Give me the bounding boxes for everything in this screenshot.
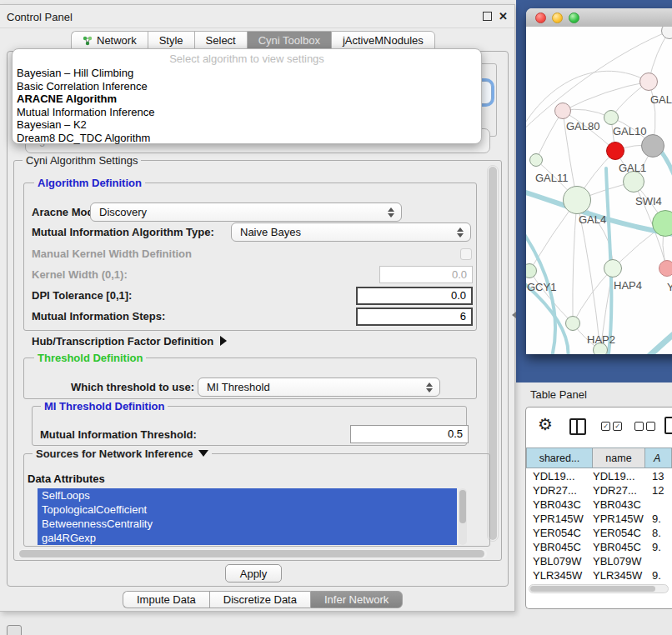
attribute-item[interactable]: BetweennessCentrality bbox=[38, 517, 457, 531]
algorithm-option[interactable]: Bayesian – Hill Climbing bbox=[17, 67, 477, 80]
panel-splitter[interactable] bbox=[512, 312, 516, 318]
table-cell[interactable]: YLR345W bbox=[526, 568, 593, 582]
algorithm-option[interactable]: Basic Correlation Inference bbox=[17, 80, 477, 93]
attribute-item[interactable]: gal4RGexp bbox=[38, 531, 457, 545]
table-row[interactable]: YBR043CYBR043C bbox=[526, 498, 672, 512]
algorithm-option[interactable]: Mutual Information Inference bbox=[17, 106, 477, 119]
table-cell[interactable]: 9. bbox=[645, 512, 672, 526]
attributes-scrollbar[interactable] bbox=[459, 488, 467, 545]
mi-type-combo[interactable]: Naive Bayes bbox=[231, 222, 471, 242]
mi-steps-input[interactable]: 6 bbox=[356, 308, 473, 326]
node-top-pink[interactable] bbox=[639, 72, 658, 91]
table-cell[interactable]: YPR145W bbox=[593, 512, 645, 526]
file-icon[interactable] bbox=[664, 417, 672, 434]
table-cell[interactable]: 8. bbox=[645, 526, 672, 540]
tab-jactivemnodules[interactable]: jActiveMNodules bbox=[331, 31, 435, 50]
table-cell[interactable]: YER054C bbox=[593, 526, 645, 540]
node-gal4[interactable] bbox=[563, 186, 591, 214]
apply-button[interactable]: Apply bbox=[225, 564, 282, 582]
table-cell[interactable]: YER054C bbox=[526, 526, 593, 540]
node-hap2[interactable] bbox=[565, 316, 580, 331]
zoom-traffic-light[interactable] bbox=[569, 12, 579, 23]
settings-horizontal-scrollbar[interactable] bbox=[18, 549, 487, 558]
combo-value: Discovery bbox=[99, 206, 147, 218]
stepper-icon bbox=[456, 227, 464, 238]
table-row[interactable]: YDR27...YDR27...12 bbox=[526, 483, 672, 498]
tab-style[interactable]: Style bbox=[148, 31, 194, 50]
kernel-width-input[interactable]: 0.0 bbox=[379, 266, 473, 283]
tab-infer-network[interactable]: Infer Network bbox=[310, 591, 403, 608]
hub-definition-toggle[interactable]: Hub/Transcription Factor Definition bbox=[32, 335, 227, 348]
table-cell[interactable]: 13 bbox=[645, 469, 672, 483]
column-header-shared-name[interactable]: shared... bbox=[526, 448, 593, 468]
table-row[interactable]: YER054CYER054C8. bbox=[526, 526, 672, 540]
table-cell[interactable]: YBR045C bbox=[526, 540, 593, 554]
tab-discretize-data[interactable]: Discretize Data bbox=[209, 591, 310, 608]
algorithm-option[interactable]: Bayesian – K2 bbox=[17, 118, 477, 132]
table-cell[interactable]: 9. bbox=[645, 540, 672, 554]
which-threshold-combo[interactable]: MI Threshold bbox=[198, 378, 440, 397]
table-row[interactable]: YLR345WYLR345W9. bbox=[526, 568, 672, 582]
minimize-traffic-light[interactable] bbox=[552, 12, 563, 23]
deselect-checkboxes-icon[interactable] bbox=[634, 422, 655, 431]
network-canvas[interactable]: GAL80GAL10GALGAL1GAL11SWI4GAL4GCY1HAP4YH… bbox=[526, 27, 672, 354]
node-gal80[interactable] bbox=[554, 102, 571, 119]
table-panel-title: Table Panel bbox=[530, 388, 587, 401]
table-cell[interactable]: 9. bbox=[645, 568, 672, 582]
table-cell[interactable]: YBL079W bbox=[526, 554, 593, 568]
node-gray[interactable] bbox=[641, 134, 664, 158]
algorithm-option[interactable]: Dream8 DC_TDC Algorithm bbox=[17, 132, 477, 145]
table-cell[interactable]: YDL19... bbox=[593, 469, 645, 483]
tab-impute-data[interactable]: Impute Data bbox=[123, 591, 209, 608]
table-cell[interactable]: YDR27... bbox=[593, 483, 645, 498]
close-icon[interactable]: ✕ bbox=[499, 10, 508, 22]
aracne-mode-combo[interactable]: Discovery bbox=[90, 202, 402, 222]
algorithm-option[interactable]: ARACNE Algorithm bbox=[17, 92, 477, 106]
table-cell[interactable]: YBR045C bbox=[593, 540, 645, 554]
scrollbar-thumb[interactable] bbox=[530, 586, 655, 592]
attribute-item[interactable]: SelfLoops bbox=[38, 488, 457, 502]
split-view-icon[interactable] bbox=[569, 418, 586, 435]
tab-select[interactable]: Select bbox=[194, 31, 247, 50]
table-cell[interactable]: 12 bbox=[645, 483, 672, 498]
select-all-checkboxes-icon[interactable]: ✓ ✓ bbox=[601, 422, 622, 431]
data-attributes-list[interactable]: SelfLoopsTopologicalCoefficientBetweenne… bbox=[38, 488, 457, 545]
table-cell[interactable]: YBR043C bbox=[526, 498, 593, 512]
table-cell[interactable] bbox=[645, 554, 672, 568]
table-row[interactable]: YPR145WYPR145W9. bbox=[526, 512, 672, 526]
column-header-name[interactable]: name bbox=[593, 448, 645, 468]
table-cell[interactable] bbox=[645, 498, 672, 512]
close-traffic-light[interactable] bbox=[535, 12, 546, 23]
table-row[interactable]: YDL19...YDL19...13 bbox=[526, 469, 672, 483]
table-row[interactable]: YBL079WYBL079W bbox=[526, 554, 672, 568]
node-gal10[interactable] bbox=[604, 110, 619, 125]
gear-icon[interactable]: ⚙ bbox=[538, 416, 553, 432]
sources-toggle[interactable]: Sources for Network Inference bbox=[33, 448, 212, 460]
table-cell[interactable]: YDR27... bbox=[526, 483, 593, 498]
scrollbar-thumb[interactable] bbox=[19, 550, 484, 558]
manual-kernel-checkbox[interactable] bbox=[460, 248, 472, 260]
mi-threshold-input[interactable]: 0.5 bbox=[350, 425, 469, 443]
table-cell[interactable]: YDL19... bbox=[526, 469, 593, 483]
table-cell[interactable]: YBR043C bbox=[593, 498, 645, 512]
table-horizontal-scrollbar[interactable] bbox=[529, 584, 669, 593]
minimized-panel-icon[interactable] bbox=[7, 625, 22, 635]
attribute-item[interactable]: TopologicalCoefficient bbox=[38, 502, 457, 517]
table-cell[interactable]: YBL079W bbox=[593, 554, 645, 568]
tab-network[interactable]: Network bbox=[71, 31, 148, 50]
node-hap4[interactable] bbox=[604, 259, 622, 278]
node-red[interactable] bbox=[606, 142, 624, 160]
tab-cyni-toolbox[interactable]: Cyni Toolbox bbox=[247, 31, 331, 50]
dpi-tolerance-input[interactable]: 0.0 bbox=[356, 287, 473, 305]
node-label: GAL bbox=[650, 93, 672, 106]
table-cell[interactable]: YLR345W bbox=[593, 568, 645, 582]
node-salmon[interactable] bbox=[659, 260, 672, 277]
table-cell[interactable]: YPR145W bbox=[526, 512, 593, 526]
column-header-partial[interactable]: A bbox=[645, 448, 672, 468]
node-gal11[interactable] bbox=[529, 153, 543, 167]
scrollbar-thumb[interactable] bbox=[459, 490, 466, 523]
table-row[interactable]: YBR045CYBR045C9. bbox=[526, 540, 672, 554]
float-window-icon[interactable] bbox=[483, 12, 492, 21]
network-window-titlebar[interactable] bbox=[526, 8, 672, 28]
node-swi4[interactable] bbox=[652, 210, 672, 237]
